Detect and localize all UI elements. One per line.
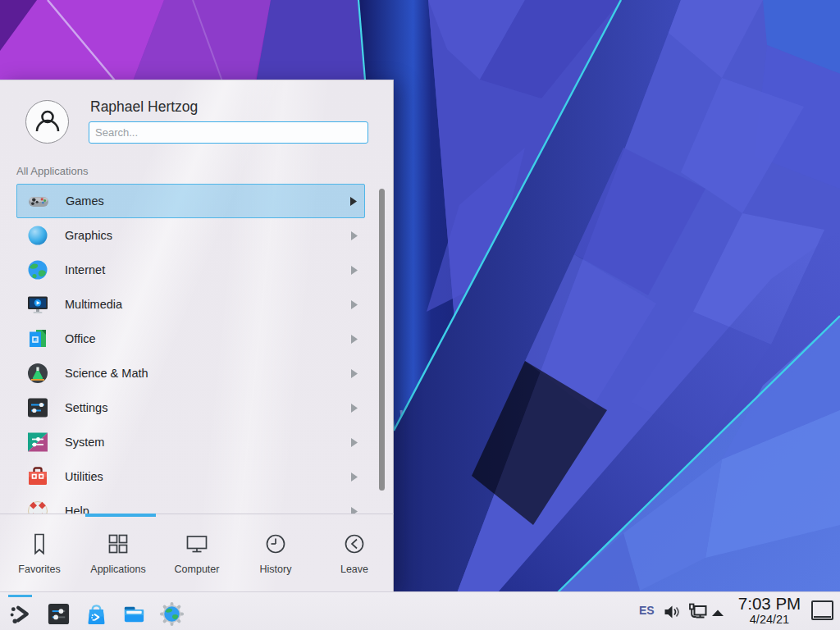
submenu-arrow-icon [350, 472, 358, 482]
category-internet[interactable]: Internet [16, 253, 365, 287]
category-list: Games Graphics [0, 183, 379, 514]
active-task-indicator [8, 595, 32, 597]
category-system[interactable]: System [16, 425, 365, 459]
tab-applications[interactable]: Applications [79, 518, 158, 592]
scrollbar[interactable] [379, 189, 385, 491]
discover-icon[interactable] [84, 601, 109, 627]
computer-icon [185, 532, 209, 556]
submenu-arrow-icon [350, 507, 358, 514]
system-settings-icon[interactable] [46, 601, 71, 627]
category-games[interactable]: Games [16, 184, 365, 218]
separator [0, 514, 394, 514]
tab-leave[interactable]: Leave [315, 518, 394, 592]
clock-time: 7:03 PM [733, 595, 806, 613]
clock-widget[interactable]: 7:03 PM 4/24/21 [733, 595, 806, 627]
category-graphics[interactable]: Graphics [16, 218, 365, 253]
search-input[interactable] [89, 121, 368, 144]
volume-icon[interactable] [663, 603, 681, 624]
category-utilities[interactable]: Utilities [16, 459, 365, 494]
submenu-arrow-icon [350, 300, 358, 309]
gamepad-icon [27, 189, 50, 212]
submenu-arrow-icon [350, 369, 358, 378]
globe-icon [26, 258, 49, 281]
expand-tray-icon[interactable] [710, 606, 725, 621]
user-name: Raphael Hertzog [90, 98, 198, 116]
network-icon[interactable] [687, 602, 708, 626]
sliders-dark-icon [26, 396, 49, 419]
category-help[interactable]: Help [16, 494, 365, 514]
active-tab-indicator [85, 514, 156, 517]
submenu-arrow-icon [350, 335, 358, 344]
submenu-arrow-icon [350, 404, 358, 413]
sliders-color-icon [26, 431, 49, 454]
submenu-arrow-icon [350, 231, 358, 240]
application-launcher-popup: Raphael Hertzog All Applications Games [0, 80, 394, 591]
user-icon [32, 107, 63, 138]
tab-computer[interactable]: Computer [158, 518, 236, 592]
file-manager-icon[interactable] [121, 601, 147, 627]
lifebuoy-icon [26, 500, 49, 514]
monitor-play-icon [26, 293, 49, 316]
toolbox-icon [26, 465, 49, 488]
category-multimedia[interactable]: Multimedia [16, 287, 365, 322]
tab-favorites[interactable]: Favorites [0, 518, 79, 592]
user-avatar[interactable] [25, 100, 69, 144]
category-science-math[interactable]: Science & Math [16, 356, 365, 390]
web-browser-icon[interactable] [159, 601, 185, 627]
documents-icon [26, 327, 49, 350]
show-desktop-pager[interactable] [811, 600, 833, 620]
keyboard-layout-indicator[interactable]: ES [639, 604, 655, 617]
clock-date: 4/24/21 [733, 613, 806, 627]
submenu-arrow-icon [350, 266, 358, 275]
kde-launcher-icon[interactable] [8, 601, 34, 627]
clock-icon [263, 532, 288, 556]
leave-icon [342, 532, 367, 556]
sphere-icon [26, 224, 49, 247]
category-settings[interactable]: Settings [16, 390, 365, 425]
taskbar: ES 7:03 PM 4/24/21 [0, 591, 840, 630]
tab-history[interactable]: History [236, 518, 315, 592]
submenu-arrow-icon [349, 197, 357, 206]
bookmark-icon [27, 532, 52, 556]
category-office[interactable]: Office [16, 322, 365, 356]
submenu-arrow-icon [350, 438, 358, 447]
section-label: All Applications [16, 165, 88, 177]
launcher-tabbar: Favorites Applications Computer [0, 518, 394, 592]
grid-icon [106, 532, 130, 556]
flask-icon [26, 362, 49, 385]
